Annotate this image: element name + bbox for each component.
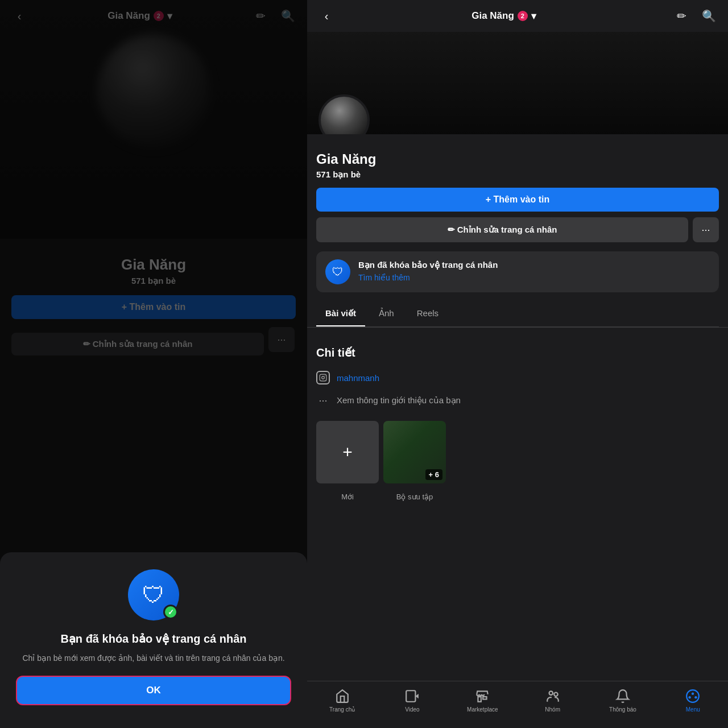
svg-point-8: [554, 692, 558, 696]
protection-notice: 🛡 Bạn đã khóa bảo vệ trang cá nhân Tìm h…: [316, 251, 719, 292]
notification-badge-right: 2: [518, 11, 528, 21]
svg-point-9: [686, 690, 699, 702]
instagram-icon: [316, 371, 330, 384]
svg-rect-5: [478, 697, 481, 702]
home-icon: [334, 688, 350, 704]
intro-text: Xem thông tin giới thiệu của bạn: [337, 395, 461, 406]
svg-point-2: [325, 375, 325, 376]
profile-friends-right: 571 bạn bè: [316, 169, 719, 180]
photo-thumb-1[interactable]: + 6: [383, 421, 446, 483]
instagram-row[interactable]: mahnmanh: [316, 366, 719, 389]
nav-notifications[interactable]: Thông báo: [594, 688, 651, 713]
nav-home[interactable]: Trang chủ: [314, 688, 371, 713]
svg-point-1: [322, 377, 325, 379]
video-icon: [404, 688, 420, 704]
dots-icon: ···: [316, 394, 330, 407]
chi-tiet-section: Chi tiết mahnmanh ··· Xem thông tin giới…: [307, 337, 728, 421]
right-scrollable: Gia Năng 571 bạn bè + Thêm vào tin ✏ Chỉ…: [307, 134, 728, 681]
photo-grid: + + 6: [307, 421, 728, 493]
tab-bai-viet[interactable]: Bài viết: [316, 301, 365, 326]
nav-home-label: Trang chủ: [329, 706, 355, 713]
nav-notifications-label: Thông báo: [609, 706, 636, 713]
groups-icon: [545, 688, 561, 704]
search-icon-right[interactable]: 🔍: [698, 6, 719, 26]
modal-icon-wrapper: 🛡 ✓: [128, 569, 179, 621]
svg-point-10: [692, 692, 694, 694]
nav-menu-label: Menu: [686, 706, 700, 713]
right-profile-section: Gia Năng 571 bạn bè + Thêm vào tin ✏ Chỉ…: [307, 134, 728, 242]
protection-learn-more-link[interactable]: Tìm hiểu thêm: [358, 273, 710, 282]
nav-groups[interactable]: Nhóm: [524, 688, 581, 713]
right-header-title-group: Gia Năng 2 ▾: [471, 10, 536, 22]
nav-marketplace-label: Marketplace: [467, 706, 498, 713]
modal-title: Bạn đã khóa bảo vệ trang cá nhân: [60, 632, 246, 646]
modal-desc: Chỉ bạn bè mới xem được ảnh, bài viết và…: [22, 652, 284, 664]
dropdown-icon-right[interactable]: ▾: [531, 10, 536, 22]
more-button-right[interactable]: ···: [693, 217, 719, 242]
intro-row[interactable]: ··· Xem thông tin giới thiệu của bạn: [316, 389, 719, 412]
right-header-name: Gia Năng: [471, 10, 514, 22]
bottom-nav: Trang chủ Video Marketplace: [307, 681, 728, 728]
svg-point-7: [549, 691, 553, 695]
modal-card: 🛡 ✓ Bạn đã khóa bảo vệ trang cá nhân Chỉ…: [0, 552, 307, 728]
right-panel: ‹ Gia Năng 2 ▾ ✏ 🔍 Gia Năng 571 bạn bè +…: [307, 0, 728, 728]
edit-icon-right[interactable]: ✏: [671, 6, 692, 26]
svg-point-12: [695, 696, 697, 698]
cover-overlay-right: [307, 32, 728, 134]
edit-profile-button-right[interactable]: ✏ Chỉnh sửa trang cá nhân: [316, 217, 688, 242]
check-badge-modal: ✓: [163, 605, 178, 619]
photo-label-row: Mới Bộ sưu tập: [307, 493, 728, 501]
svg-rect-6: [483, 697, 487, 699]
photo-label-new: Mới: [316, 493, 379, 501]
right-header-actions: ✏ 🔍: [671, 6, 719, 26]
left-panel: ‹ Gia Năng 2 ▾ ✏ 🔍 Gia Năng 571 bạn bè +…: [0, 0, 307, 728]
protection-title: Bạn đã khóa bảo vệ trang cá nhân: [358, 259, 710, 271]
tabs-divider: [307, 327, 728, 328]
nav-marketplace[interactable]: Marketplace: [454, 688, 511, 713]
notifications-icon: [615, 688, 631, 704]
add-story-button-right[interactable]: + Thêm vào tin: [316, 188, 719, 212]
svg-rect-3: [406, 690, 415, 702]
nav-video[interactable]: Video: [384, 688, 441, 713]
nav-groups-label: Nhóm: [545, 706, 560, 713]
protection-text: Bạn đã khóa bảo vệ trang cá nhân Tìm hiể…: [358, 259, 710, 282]
profile-name-right: Gia Năng: [316, 151, 719, 167]
tab-reels[interactable]: Reels: [408, 301, 448, 326]
chi-tiet-title: Chi tiết: [316, 346, 719, 359]
friends-label-right: bạn bè: [333, 169, 361, 179]
svg-rect-0: [320, 374, 326, 381]
back-button-right[interactable]: ‹: [316, 6, 337, 26]
tabs-row: Bài viết Ảnh Reels: [316, 301, 719, 327]
instagram-handle: mahnmanh: [337, 373, 379, 383]
protection-shield-icon: 🛡: [325, 259, 350, 284]
add-photo-button[interactable]: +: [316, 421, 379, 483]
right-edit-row: ✏ Chỉnh sửa trang cá nhân ···: [316, 217, 719, 242]
modal-ok-button[interactable]: OK: [16, 676, 291, 705]
nav-menu[interactable]: Menu: [664, 688, 721, 713]
nav-video-label: Video: [405, 706, 419, 713]
photo-label-collection: Bộ sưu tập: [383, 493, 446, 501]
cover-photo-right: [307, 32, 728, 134]
svg-point-11: [689, 696, 691, 698]
tab-anh[interactable]: Ảnh: [370, 301, 403, 326]
menu-icon: [685, 688, 701, 704]
right-header: ‹ Gia Năng 2 ▾ ✏ 🔍: [307, 0, 728, 32]
modal-overlay: 🛡 ✓ Bạn đã khóa bảo vệ trang cá nhân Chỉ…: [0, 0, 307, 728]
marketplace-icon: [474, 688, 490, 704]
photo-count-badge: + 6: [425, 469, 442, 480]
shield-icon-modal: 🛡: [142, 582, 165, 608]
